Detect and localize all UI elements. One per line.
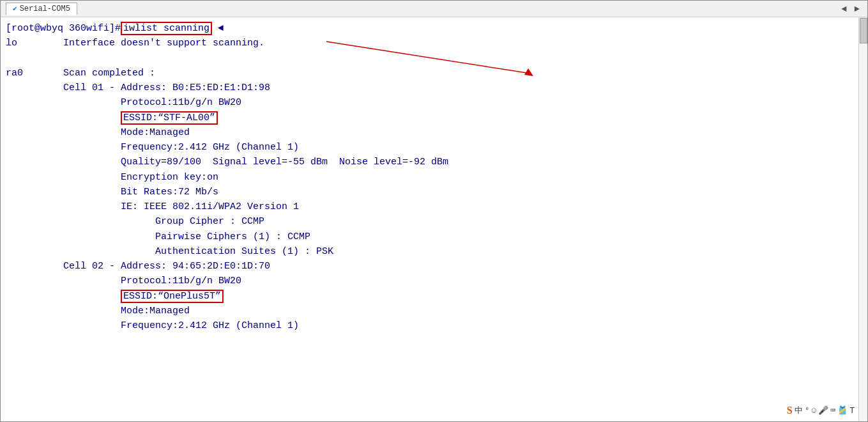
sogou-icon: S — [787, 405, 793, 416]
cell01-ie: IE: IEEE 802.11i/WPA2 Version 1 — [6, 201, 299, 212]
tray-icon-7: T — [849, 406, 855, 416]
cell01-auth: Authentication Suites (1) : PSK — [6, 246, 333, 257]
checkmark-icon: ✔ — [13, 4, 17, 13]
cell01-groupcipher: Group Cipher : CCMP — [6, 216, 264, 227]
system-tray: S 中 ° ☺ 🎤 ⌨ 🎽 T — [787, 405, 855, 416]
serial-com5-tab[interactable]: ✔ Serial-COM5 — [6, 3, 77, 15]
scrollbar-thumb[interactable] — [860, 18, 867, 43]
main-window: ✔ Serial-COM5 ◄ ► [root@wbyq 360wifi]#iw… — [0, 0, 868, 422]
terminal-area[interactable]: [root@wbyq 360wifi]#iwlist scanning ◄ lo… — [1, 17, 867, 421]
cell02-essid-highlighted: ESSID:“OnePlus5T” — [121, 290, 224, 303]
cell02-protocol: Protocol:11b/g/n BW20 — [6, 276, 241, 286]
cell02-mode: Mode:Managed — [6, 306, 190, 316]
title-bar-right: ◄ ► — [839, 4, 862, 14]
line3: ra0 Scan completed : — [6, 68, 155, 79]
cell02-essid-pre — [6, 291, 121, 302]
cell01-encryption: Encryption key:on — [6, 172, 218, 183]
cell01-header: Cell 01 - Address: B0:E5:ED:E1:D1:98 — [6, 82, 270, 93]
cell01-quality: Quality=89/100 Signal level=-55 dBm Nois… — [6, 157, 448, 168]
tray-icon-5: ⌨ — [830, 405, 835, 416]
arrow-indicator: ◄ — [212, 23, 224, 34]
cell01-pairwise: Pairwise Ciphers (1) : CCMP — [6, 231, 310, 242]
tray-icon-3: ☺ — [812, 406, 817, 416]
cell01-essid-highlighted: ESSID:“STF-AL00” — [121, 111, 218, 125]
line1: lo Interface doesn't support scanning. — [6, 38, 264, 49]
cell02-frequency: Frequency:2.412 GHz (Channel 1) — [6, 320, 299, 331]
tab-label: Serial-COM5 — [20, 4, 70, 13]
nav-left-arrow[interactable]: ◄ — [839, 4, 849, 14]
tray-icon-1: 中 — [795, 405, 803, 416]
cell01-bitrates: Bit Rates:72 Mb/s — [6, 187, 218, 198]
title-bar: ✔ Serial-COM5 ◄ ► — [1, 1, 867, 17]
cell01-essid-pre — [6, 113, 121, 123]
tray-icon-6: 🎽 — [837, 405, 848, 416]
scrollbar[interactable] — [858, 17, 867, 421]
title-bar-left: ✔ Serial-COM5 — [6, 3, 77, 15]
tray-icon-2: ° — [805, 406, 810, 416]
cell02-header: Cell 02 - Address: 94:65:2D:E0:1D:70 — [6, 261, 270, 272]
command-highlighted: iwlist scanning — [121, 22, 212, 35]
cell01-mode: Mode:Managed — [6, 127, 190, 138]
tray-icon-4: 🎤 — [818, 405, 828, 416]
terminal-content: [root@wbyq 360wifi]#iwlist scanning ◄ lo… — [6, 21, 862, 348]
cell01-frequency: Frequency:2.412 GHz (Channel 1) — [6, 142, 299, 153]
nav-right-arrow[interactable]: ► — [852, 4, 862, 14]
cell01-protocol: Protocol:11b/g/n BW20 — [6, 97, 241, 108]
prompt: [root@wbyq 360wifi]# — [6, 23, 121, 34]
